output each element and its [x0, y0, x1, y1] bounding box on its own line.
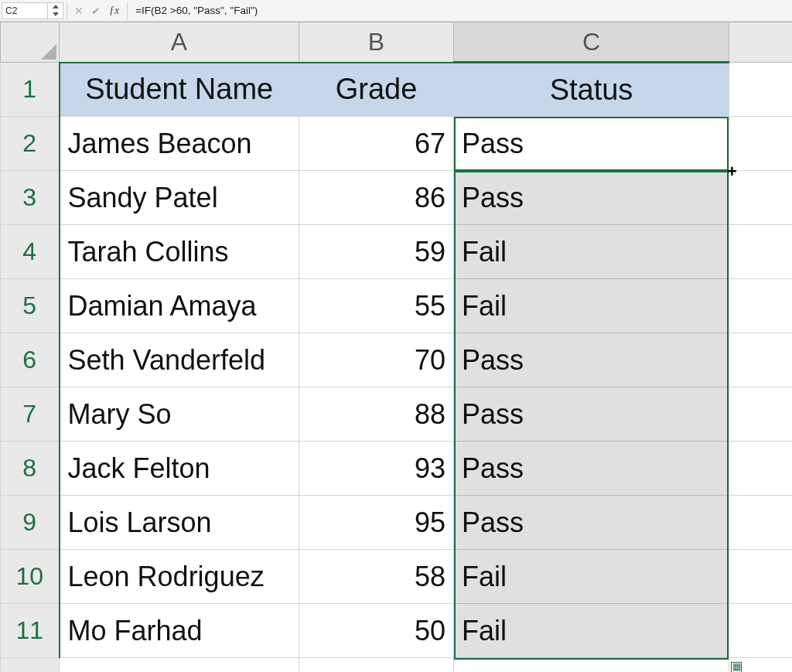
row-header[interactable]: 8	[1, 442, 60, 496]
divider	[67, 2, 67, 20]
cell[interactable]: Pass	[454, 171, 729, 225]
autofill-options-button[interactable]: ▦	[731, 662, 742, 672]
cell[interactable]: Fail	[454, 225, 729, 279]
cell[interactable]: 88	[299, 387, 454, 442]
svg-marker-1	[53, 12, 59, 16]
cell[interactable]	[60, 658, 299, 673]
column-header-row: A B C	[1, 22, 793, 63]
cell[interactable]: Tarah Collins	[60, 225, 299, 279]
cell[interactable]: Lois Larson	[60, 496, 299, 550]
cell[interactable]: Pass	[454, 387, 729, 442]
cell[interactable]: 86	[299, 171, 454, 225]
cell[interactable]	[729, 63, 793, 117]
cell[interactable]: 93	[299, 442, 454, 496]
table-row: 9 Lois Larson 95 Pass	[1, 496, 793, 550]
cell[interactable]: Sandy Patel	[60, 171, 299, 225]
row-header[interactable]: 7	[1, 387, 60, 442]
table-row: 3 Sandy Patel 86 Pass	[1, 171, 793, 225]
column-header-a[interactable]: A	[60, 22, 299, 63]
column-header-blank[interactable]	[729, 22, 793, 63]
cell[interactable]	[729, 117, 793, 171]
cell[interactable]	[729, 550, 793, 604]
row-header[interactable]: 12	[1, 658, 60, 673]
x-icon: ✕	[74, 5, 84, 17]
cell[interactable]: Fail	[454, 604, 729, 658]
cell[interactable]: Fail	[454, 279, 729, 333]
table-row: 11 Mo Farhad 50 Fail	[1, 604, 793, 658]
table-row: 2 James Beacon 67 Pass	[1, 117, 793, 171]
cell[interactable]: Pass	[454, 117, 729, 171]
cell[interactable]: James Beacon	[60, 117, 299, 171]
row-header[interactable]: 1	[1, 63, 60, 117]
chevron-down-icon[interactable]	[48, 11, 63, 19]
column-header-b[interactable]: B	[299, 22, 454, 63]
cell[interactable]: Leon Rodriguez	[60, 550, 299, 604]
select-all-corner[interactable]	[1, 22, 60, 63]
cell[interactable]: 58	[299, 550, 454, 604]
row-header[interactable]: 5	[1, 279, 60, 333]
chevron-up-icon[interactable]	[48, 3, 63, 11]
cell[interactable]: Student Name	[60, 63, 299, 117]
row-header[interactable]: 9	[1, 496, 60, 550]
check-icon: ✔	[91, 5, 101, 17]
cell[interactable]: Mo Farhad	[60, 604, 299, 658]
table-row: 12	[1, 658, 793, 673]
cell[interactable]: 70	[299, 333, 454, 387]
spreadsheet-grid: A B C 1 Student Name Grade Status 2 Jame…	[0, 22, 792, 672]
cell[interactable]: Pass	[454, 442, 729, 496]
cell[interactable]: 95	[299, 496, 454, 550]
name-box-spinner[interactable]	[48, 2, 63, 19]
cell[interactable]: 67	[299, 117, 454, 171]
cell[interactable]: Seth Vanderfeld	[60, 333, 299, 387]
cell[interactable]: Mary So	[60, 387, 299, 442]
spreadsheet-area[interactable]: A B C 1 Student Name Grade Status 2 Jame…	[0, 22, 792, 672]
column-header-c[interactable]: C	[454, 22, 729, 63]
row-header[interactable]: 6	[1, 333, 60, 387]
divider	[127, 2, 128, 20]
name-box[interactable]: C2	[2, 2, 48, 19]
accept-formula-button[interactable]: ✔	[87, 2, 104, 19]
table-row: 4 Tarah Collins 59 Fail	[1, 225, 793, 279]
cell[interactable]: Pass	[454, 496, 729, 550]
cell[interactable]	[729, 387, 793, 442]
cell[interactable]: 59	[299, 225, 454, 279]
table-row: 7 Mary So 88 Pass	[1, 387, 793, 442]
table-row: 8 Jack Felton 93 Pass	[1, 442, 793, 496]
cell[interactable]: 50	[299, 604, 454, 658]
cell[interactable]	[729, 225, 793, 279]
cell[interactable]	[729, 333, 793, 387]
formula-bar: C2 ✕ ✔ ƒx	[0, 0, 792, 22]
row-header[interactable]: 11	[1, 604, 60, 658]
table-row: 6 Seth Vanderfeld 70 Pass	[1, 333, 793, 387]
cell[interactable]	[299, 658, 454, 673]
row-header[interactable]: 2	[1, 117, 60, 171]
row-header[interactable]: 3	[1, 171, 60, 225]
cell[interactable]	[729, 496, 793, 550]
cell[interactable]	[729, 442, 793, 496]
cell[interactable]: Fail	[454, 550, 729, 604]
row-header[interactable]: 10	[1, 550, 60, 604]
insert-function-button[interactable]: ƒx	[104, 5, 124, 17]
cell[interactable]: Grade	[299, 63, 454, 117]
cell[interactable]: Status	[454, 63, 729, 117]
table-row: 10 Leon Rodriguez 58 Fail	[1, 550, 793, 604]
table-row: 5 Damian Amaya 55 Fail	[1, 279, 793, 333]
cell[interactable]	[729, 279, 793, 333]
row-header[interactable]: 4	[1, 225, 60, 279]
svg-marker-0	[53, 5, 59, 9]
plus-icon: ▦	[732, 661, 741, 672]
cancel-formula-button[interactable]: ✕	[70, 2, 87, 19]
cell[interactable]: Jack Felton	[60, 442, 299, 496]
cell[interactable]	[454, 658, 729, 673]
formula-input[interactable]	[131, 2, 792, 19]
table-row: 1 Student Name Grade Status	[1, 63, 793, 117]
cell[interactable]	[729, 604, 793, 658]
cell[interactable]: Damian Amaya	[60, 279, 299, 333]
cell[interactable]	[729, 171, 793, 225]
cell[interactable]: 55	[299, 279, 454, 333]
cell[interactable]: Pass	[454, 333, 729, 387]
